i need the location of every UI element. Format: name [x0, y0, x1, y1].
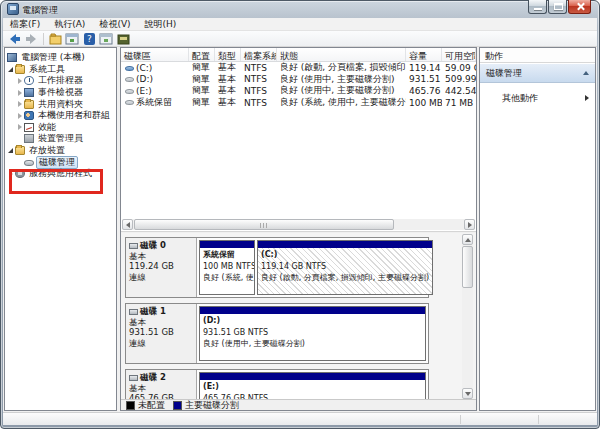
disk-1-block: 磁碟 1 基本 931.51 GB 連線 (D:) 931.51 GB NTFS…: [125, 303, 429, 364]
disk-management-main-panel: 磁碟區 配置 類型 檔案系統 狀態 容量 可用空間 (C:) 簡單 基本 NTF…: [120, 47, 477, 411]
graphical-view-pane: 磁碟 0 基本 119.24 GB 連線 系統保留 100 MB NTFS 良好…: [121, 233, 476, 411]
actions-panel: 動作 磁碟管理 其他動作: [479, 47, 596, 411]
scroll-down-button[interactable]: [462, 388, 473, 399]
horizontal-scrollbar[interactable]: [122, 219, 475, 230]
collapsed-icon[interactable]: [15, 90, 24, 96]
window-icon: [99, 33, 113, 45]
toolbar: ?: [3, 31, 597, 47]
collapse-section-icon[interactable]: [583, 71, 589, 75]
volume-table-header: 磁碟區 配置 類型 檔案系統 狀態 容量 可用空間: [121, 48, 476, 62]
collapsed-icon[interactable]: [15, 78, 24, 84]
partition-system-reserved[interactable]: 系統保留 100 MB NTFS 良好 (系統, 使用中: [199, 240, 255, 295]
tree-item-task-scheduler[interactable]: 工作排程器: [5, 75, 116, 87]
primary-partition-bar: [258, 241, 432, 248]
vertical-scrollbar[interactable]: [462, 234, 473, 399]
collapsed-icon[interactable]: [15, 113, 24, 119]
red-highlight-annotation: [9, 169, 103, 194]
primary-partition-bar: [200, 373, 425, 380]
disk-0-block: 磁碟 0 基本 119.24 GB 連線 系統保留 100 MB NTFS 良好…: [125, 237, 429, 298]
column-layout[interactable]: 配置: [189, 48, 215, 61]
selected-tree-label: 磁碟管理: [36, 156, 78, 169]
secondary-window-button[interactable]: [98, 32, 114, 46]
partition-d[interactable]: (D:) 931.51 GB NTFS 良好 (使用中, 主要磁碟分割): [199, 306, 426, 361]
window-icon: [65, 33, 79, 45]
scroll-up-button[interactable]: [462, 234, 473, 245]
minimize-button[interactable]: [528, 0, 547, 14]
tree-item-disk-management[interactable]: 磁碟管理: [5, 156, 116, 168]
column-type[interactable]: 類型: [215, 48, 241, 61]
volume-row-c[interactable]: (C:) 簡單 基本 NTFS 良好 (啟動, 分頁檔案, 損毀傾印, 主要磁碟…: [121, 62, 476, 74]
scroll-down-icon: [465, 392, 471, 396]
help-icon: ?: [83, 33, 96, 45]
menu-action[interactable]: 執行(A): [47, 18, 92, 31]
horizontal-scrollbar-thumb[interactable]: [134, 219, 394, 230]
tree-item-computer-management[interactable]: 電腦管理 (本機): [5, 52, 116, 64]
actions-section-disk-management[interactable]: 磁碟管理: [480, 64, 595, 83]
forward-button[interactable]: [23, 32, 39, 46]
partition-c-selected[interactable]: (C:) 119.14 GB NTFS 良好 (啟動, 分頁檔案, 損毀傾印, …: [257, 240, 433, 295]
scroll-right-button[interactable]: [464, 219, 475, 230]
close-button[interactable]: [568, 0, 591, 14]
volume-icon: [125, 66, 134, 71]
more-actions-item[interactable]: 其他動作: [480, 90, 595, 106]
tree-item-shared-folders[interactable]: 共用資料夾: [5, 98, 116, 110]
disk-1-label[interactable]: 磁碟 1 基本 931.51 GB 連線: [126, 304, 197, 363]
title-bar[interactable]: 電腦管理: [0, 0, 600, 18]
volume-row-system-reserved[interactable]: 系統保留 簡單 基本 NTFS 良好 (系統, 使用中, 主要磁碟分割) 100…: [121, 97, 476, 109]
client-area: 檔案(F) 執行(A) 檢視(V) 說明(H) ?: [3, 18, 597, 425]
back-button[interactable]: [6, 32, 22, 46]
computer-management-window: 電腦管理 檔案(F) 執行(A) 檢視(V) 說明(H): [0, 0, 600, 429]
collapsed-icon[interactable]: [15, 124, 24, 130]
collapsed-icon[interactable]: [15, 101, 24, 107]
volume-icon: [125, 77, 134, 82]
disk-icon: [129, 243, 138, 249]
scroll-left-button[interactable]: [122, 219, 133, 230]
tree-item-performance[interactable]: 效能: [5, 122, 116, 134]
volume-row-e[interactable]: (E:) 簡單 基本 NTFS 良好 (使用中, 主要磁碟分割) 465.76 …: [121, 85, 476, 97]
primary-partition-label: 主要磁碟分割: [185, 399, 239, 411]
maximize-button[interactable]: [548, 0, 567, 14]
tree-item-event-viewer[interactable]: 事件檢視器: [5, 87, 116, 99]
export-icon: [117, 33, 130, 45]
expanded-icon[interactable]: [6, 148, 15, 153]
computer-management-icon: [7, 3, 19, 15]
tree: 電腦管理 (本機) 系統工具 工作排程器 事件檢視器: [5, 52, 116, 180]
expanded-icon[interactable]: [6, 67, 15, 72]
submenu-arrow-icon: [585, 95, 589, 101]
export-button[interactable]: [115, 32, 131, 46]
console-window-button[interactable]: [64, 32, 80, 46]
volume-icon: [125, 100, 134, 105]
svg-text:?: ?: [87, 34, 92, 44]
primary-partition-swatch: [173, 401, 182, 410]
help-button[interactable]: ?: [81, 32, 97, 46]
scroll-right-icon: [468, 222, 472, 228]
performance-icon: [24, 123, 34, 132]
tree-item-system-tools[interactable]: 系統工具: [5, 64, 116, 76]
column-volume[interactable]: 磁碟區: [121, 48, 189, 61]
disk-icon: [129, 309, 138, 315]
console-tree-icon: [49, 33, 62, 45]
primary-partition-bar: [200, 307, 425, 314]
unallocated-label: 未配置: [138, 399, 165, 411]
shared-folder-icon: [24, 100, 34, 109]
computer-icon: [7, 53, 17, 62]
console-tree-button[interactable]: [47, 32, 63, 46]
tree-item-storage[interactable]: 存放裝置: [5, 145, 116, 157]
statusbar-separator: [538, 415, 539, 424]
volume-row-d[interactable]: (D:) 簡單 基本 NTFS 良好 (使用中, 主要磁碟分割) 931.51 …: [121, 74, 476, 86]
device-manager-icon: [24, 134, 34, 143]
menu-file[interactable]: 檔案(F): [3, 18, 47, 31]
column-freespace[interactable]: 可用空間: [442, 48, 476, 61]
column-capacity[interactable]: 容量: [406, 48, 442, 61]
clock-icon: [24, 76, 34, 85]
menu-view[interactable]: 檢視(V): [92, 18, 137, 31]
column-status[interactable]: 狀態: [277, 48, 406, 61]
menu-help[interactable]: 說明(H): [138, 18, 184, 31]
vertical-scrollbar-thumb[interactable]: [462, 246, 473, 288]
partition-legend: 未配置 主要磁碟分割: [121, 399, 476, 411]
column-filesystem[interactable]: 檔案系統: [241, 48, 277, 61]
tree-item-device-manager[interactable]: 裝置管理員: [5, 133, 116, 145]
disk-0-label[interactable]: 磁碟 0 基本 119.24 GB 連線: [126, 238, 197, 297]
tree-item-local-users-groups[interactable]: 本機使用者和群組: [5, 110, 116, 122]
disk-icon: [24, 160, 34, 166]
